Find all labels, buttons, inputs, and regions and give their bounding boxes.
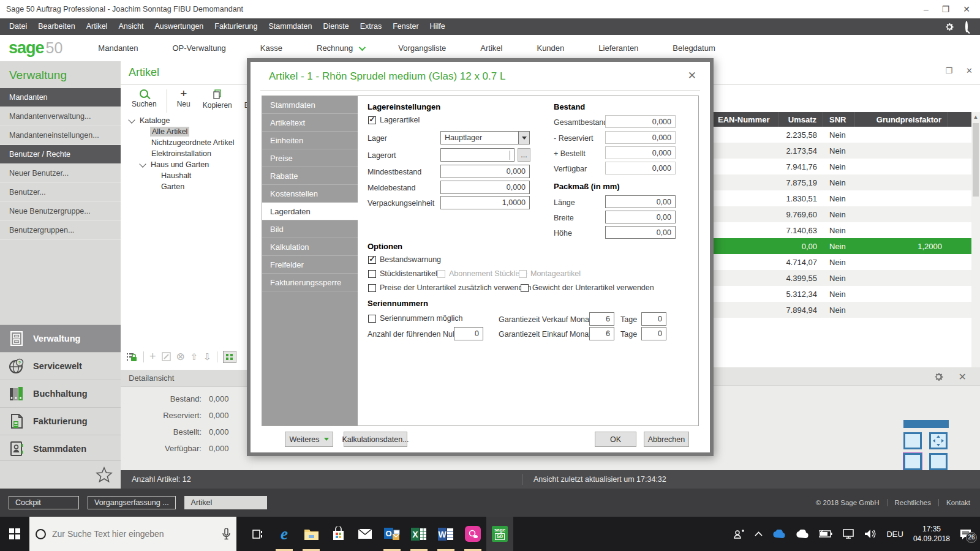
chevron-down-icon[interactable] (128, 116, 135, 123)
ok-button[interactable]: OK (595, 432, 636, 447)
menu-artikel[interactable]: Artikel (81, 18, 113, 35)
add-icon[interactable]: + (149, 350, 156, 363)
dialog-tab-bild[interactable]: Bild (262, 220, 358, 238)
menu-extras[interactable]: Extras (355, 18, 387, 35)
menu-fenster[interactable]: Fenster (387, 18, 424, 35)
photos-icon[interactable] (459, 517, 486, 551)
sidebar-item-mandanteneinstellungen[interactable]: Mandanteneinstellungen... (0, 126, 121, 145)
favorites-star-icon[interactable] (95, 466, 113, 484)
tree-item-garten[interactable]: Garten (128, 181, 251, 192)
lagerort-browse-button[interactable]: ... (518, 148, 530, 162)
cloud-icon[interactable] (796, 530, 809, 538)
move-down-icon[interactable]: ⇩ (203, 351, 211, 362)
dialog-close-icon[interactable]: ✕ (688, 69, 696, 82)
close-panel-icon[interactable]: ✕ (966, 66, 973, 75)
edge-icon[interactable]: e (271, 517, 298, 551)
mindestbestand-input[interactable]: 0,000 (440, 165, 530, 178)
word-icon[interactable]: W (432, 517, 459, 551)
nav-kasse[interactable]: Kasse (243, 43, 300, 53)
dialog-tab-freifelder[interactable]: Freifelder (262, 256, 358, 274)
dialog-tab-preise[interactable]: Preise (262, 149, 358, 167)
checkbox-icon[interactable] (521, 284, 529, 292)
taskbar-clock[interactable]: 17:35 04.09.2018 (913, 524, 950, 544)
file-explorer-icon[interactable] (298, 517, 325, 551)
delete-icon[interactable]: ⊗ (176, 350, 185, 363)
nav-belegdatum[interactable]: Belegdatum (655, 43, 732, 53)
dialog-tab-rabatte[interactable]: Rabatte (262, 167, 358, 185)
nav-kunden[interactable]: Kunden (519, 43, 581, 53)
people-icon[interactable] (733, 529, 745, 539)
kalkulationsdaten-button[interactable]: Kalkulationsdaten... (344, 432, 407, 447)
fuehrende-nullen-input[interactable]: 0 (454, 327, 483, 340)
lager-dropdown[interactable]: Hauptlager (440, 131, 530, 144)
dialog-tab-stammdaten[interactable]: Stammdaten (262, 96, 358, 114)
task-view-button[interactable] (244, 517, 271, 551)
tree-item-haushalt[interactable]: Haushalt (128, 170, 251, 181)
new-button[interactable]: + Neu (172, 88, 195, 110)
sidebar-item-neue-benutzergruppe[interactable]: Neue Benutzergruppe... (0, 202, 121, 221)
dropdown-button[interactable] (518, 132, 529, 144)
close-icon[interactable]: ✕ (963, 4, 970, 14)
garantie-verkauf-monate-input[interactable]: 6 (589, 312, 614, 326)
tab-vorgangserfassung[interactable]: Vorgangserfassung ... (88, 496, 176, 509)
garantie-verkauf-tage-input[interactable]: 0 (641, 312, 666, 326)
start-button[interactable] (0, 517, 29, 551)
excel-icon[interactable]: X (405, 517, 432, 551)
checkbox-icon[interactable] (368, 116, 376, 124)
tree-item-elektroinstallation[interactable]: Elektroinstallation (128, 148, 251, 159)
onedrive-cloud-icon[interactable] (772, 530, 786, 538)
scroll-up-icon[interactable]: ▲ (973, 112, 979, 122)
layout-widget[interactable] (903, 420, 949, 468)
network-icon[interactable] (842, 529, 854, 539)
layout-cell-move[interactable] (929, 432, 948, 449)
meldebestand-input[interactable]: 0,000 (440, 181, 530, 194)
mail-icon[interactable] (352, 517, 379, 551)
checkbox-gewicht-unterartikel[interactable]: Gewicht der Unterartikel verwenden (521, 283, 654, 292)
menu-auswertungen[interactable]: Auswertungen (149, 18, 209, 35)
keyboard-language[interactable]: DEU (886, 530, 903, 539)
module-buchhaltung[interactable]: Buchhaltung (0, 380, 121, 407)
breite-input[interactable]: 0,00 (605, 211, 676, 223)
column-ean[interactable]: EAN-Nummer (712, 112, 779, 127)
layout-cell[interactable] (903, 432, 922, 449)
footer-rechtliches[interactable]: Rechtliches (895, 499, 931, 506)
menu-bearbeiten[interactable]: Bearbeiten (32, 18, 80, 35)
lagerort-dropdown[interactable] (440, 148, 514, 162)
taskbar-search[interactable] (29, 517, 236, 551)
layout-cell[interactable] (903, 453, 922, 470)
checkbox-seriennummern-moeglich[interactable]: Seriennummern möglich (368, 314, 462, 323)
outlook-icon[interactable]: O (379, 517, 405, 551)
scrollbar-thumb[interactable] (973, 123, 979, 197)
tree-item-nichtzugeordnete[interactable]: Nichtzugeordnete Artikel (128, 137, 251, 148)
dialog-tab-fakturierungssperre[interactable]: Fakturierungssperre (262, 274, 358, 291)
sidebar-item-mandanten[interactable]: Mandanten (0, 88, 121, 107)
chevron-down-icon[interactable] (139, 160, 146, 167)
copy-button[interactable]: Kopieren (198, 88, 237, 111)
tab-artikel[interactable]: Artikel (184, 496, 267, 509)
sidebar-item-mandantenverwaltung[interactable]: Mandantenverwaltung... (0, 107, 121, 126)
module-fakturierung[interactable]: Fakturierung (0, 407, 121, 435)
module-verwaltung[interactable]: Verwaltung (0, 324, 121, 352)
panel-gear-icon[interactable] (933, 372, 944, 382)
checkbox-icon[interactable] (368, 270, 376, 278)
checkbox-bestandswarnung[interactable]: Bestandswarnung (368, 255, 441, 264)
tree-item-kataloge[interactable]: Kataloge (128, 115, 251, 126)
nav-vorgangsliste[interactable]: Vorgangsliste (381, 43, 463, 53)
tree-item-haus-und-garten[interactable]: Haus und Garten (128, 159, 251, 170)
checkbox-preise-unterartikel[interactable]: Preise der Unterartikel zusätzlich verwe… (368, 283, 531, 292)
volume-icon[interactable] (864, 529, 876, 539)
dialog-tab-einheiten[interactable]: Einheiten (262, 132, 358, 149)
chevron-down-icon[interactable] (359, 44, 366, 51)
abbrechen-button[interactable]: Abbrechen (644, 432, 689, 447)
float-window-icon[interactable]: ❐ (945, 66, 952, 75)
tray-expand-chevron-icon[interactable] (755, 531, 763, 536)
garantie-einkauf-tage-input[interactable]: 0 (641, 327, 666, 340)
checkbox-icon[interactable] (368, 284, 376, 292)
nav-op-verwaltung[interactable]: OP-Verwaltung (155, 43, 243, 53)
footer-kontakt[interactable]: Kontakt (946, 499, 970, 506)
menu-fakturierung[interactable]: Fakturierung (209, 18, 263, 35)
sidebar-item-neuer-benutzer[interactable]: Neuer Benutzer... (0, 164, 121, 183)
menu-ansicht[interactable]: Ansicht (113, 18, 149, 35)
weiteres-button[interactable]: Weiteres (285, 432, 333, 447)
store-icon[interactable] (325, 517, 352, 551)
